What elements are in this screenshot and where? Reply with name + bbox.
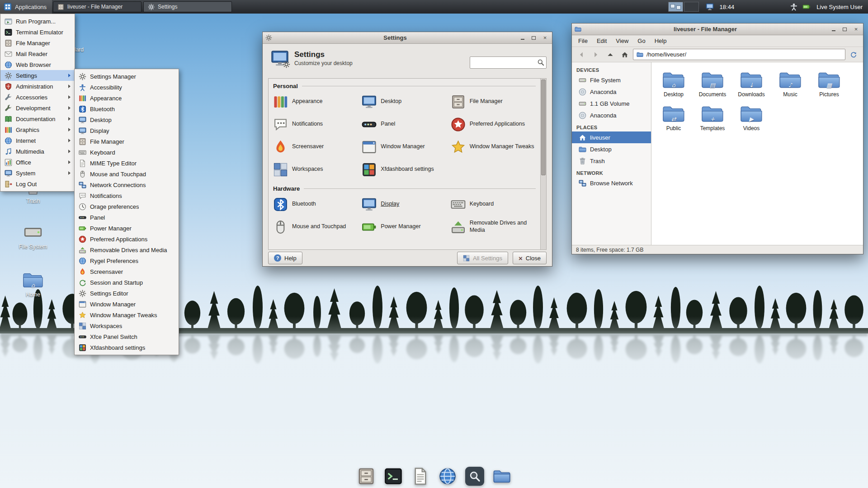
settings-item-removable-drives[interactable]: Removable Drives and Media	[449, 216, 538, 238]
path-bar[interactable]: /home/liveuser/	[633, 49, 845, 60]
maximize-button[interactable]	[529, 34, 538, 42]
submenu-item-window-manager-tweaks[interactable]: Window Manager Tweaks	[75, 310, 179, 320]
sidebar-item-anaconda-2[interactable]: Anaconda	[572, 109, 651, 121]
forward-button[interactable]	[590, 49, 602, 61]
all-settings-button[interactable]: All Settings	[457, 252, 508, 264]
menu-item-accessories[interactable]: Accessories	[0, 92, 75, 103]
search-icon[interactable]	[537, 59, 544, 66]
up-button[interactable]	[604, 49, 617, 61]
home-button[interactable]	[618, 49, 631, 61]
submenu-item-file-manager[interactable]: File Manager	[75, 136, 179, 147]
submenu-item-screensaver[interactable]: Screensaver	[75, 266, 179, 277]
settings-item-preferred-applications[interactable]: Preferred Applications	[449, 113, 538, 136]
sidebar-item-trash[interactable]: Trash	[572, 155, 651, 167]
desktop-icon-file-system[interactable]: File System	[8, 222, 58, 250]
file-templates[interactable]: Templates	[693, 101, 732, 135]
file-downloads[interactable]: Downloads	[732, 67, 771, 101]
menu-item-web-browser[interactable]: Web Browser	[0, 59, 75, 70]
submenu-item-power-manager[interactable]: Power Manager	[75, 223, 179, 234]
dock-web-browser-icon[interactable]	[438, 467, 457, 486]
settings-item-file-manager[interactable]: File Manager	[449, 90, 538, 113]
submenu-item-window-manager[interactable]: Window Manager	[75, 299, 179, 310]
applications-menu-button[interactable]: Applications	[0, 0, 52, 14]
menu-help[interactable]: Help	[650, 36, 671, 46]
menu-item-system[interactable]: System	[0, 168, 75, 178]
menu-item-terminal-emulator[interactable]: Terminal Emulator	[0, 27, 75, 38]
display-tray-icon[interactable]	[706, 3, 714, 11]
submenu-item-preferred-applications[interactable]: Preferred Applications	[75, 234, 179, 244]
sidebar-item-file-system[interactable]: File System	[572, 74, 651, 86]
settings-item-workspaces[interactable]: Workspaces	[271, 158, 360, 181]
minimize-button[interactable]	[829, 25, 838, 33]
menu-edit[interactable]: Edit	[592, 36, 611, 46]
settings-item-power-manager[interactable]: Power Manager	[360, 216, 448, 238]
submenu-item-workspaces[interactable]: Workspaces	[75, 320, 179, 331]
submenu-item-rygel-preferences[interactable]: Rygel Preferences	[75, 255, 179, 266]
battery-tray-icon[interactable]	[802, 3, 811, 11]
submenu-item-accessibility[interactable]: Accessibility	[75, 82, 179, 93]
file-music[interactable]: Music	[771, 67, 810, 101]
taskbar-button-file-manager[interactable]: liveuser - File Manager	[53, 1, 142, 12]
close-button[interactable]: ×	[541, 34, 549, 42]
sidebar-item-liveuser[interactable]: liveuser	[572, 131, 651, 143]
menu-item-administration[interactable]: Administration	[0, 81, 75, 92]
settings-item-window-manager[interactable]: Window Manager	[360, 136, 448, 158]
menu-go[interactable]: Go	[633, 36, 650, 46]
submenu-item-settings-editor[interactable]: Settings Editor	[75, 288, 179, 299]
file-videos[interactable]: Videos	[732, 101, 771, 135]
settings-item-keyboard[interactable]: Keyboard	[449, 193, 538, 216]
settings-item-display[interactable]: Display	[360, 193, 448, 216]
submenu-item-xfdashboard-settings[interactable]: Xfdashboard settings	[75, 342, 179, 353]
dock-application-finder-icon[interactable]	[465, 467, 484, 486]
submenu-item-orage-preferences[interactable]: Orage preferences	[75, 201, 179, 212]
clock[interactable]: 18:44	[720, 4, 735, 10]
file-pictures[interactable]: Pictures	[810, 67, 849, 101]
file-manager-titlebar[interactable]: liveuser - File Manager ×	[572, 23, 863, 35]
settings-item-appearance[interactable]: Appearance	[271, 90, 360, 113]
settings-titlebar[interactable]: Settings ×	[263, 32, 552, 44]
settings-item-screensaver[interactable]: Screensaver	[271, 136, 360, 158]
menu-file[interactable]: File	[574, 36, 592, 46]
menu-item-log-out[interactable]: Log Out	[0, 178, 75, 189]
submenu-item-mouse-and-touchpad[interactable]: Mouse and Touchpad	[75, 169, 179, 179]
settings-item-window-manager-tweaks[interactable]: Window Manager Tweaks	[449, 136, 538, 158]
menu-view[interactable]: View	[611, 36, 633, 46]
submenu-item-panel[interactable]: Panel	[75, 212, 179, 223]
menu-item-multimedia[interactable]: Multimedia	[0, 146, 75, 157]
settings-item-notifications[interactable]: Notifications	[271, 113, 360, 136]
submenu-item-bluetooth[interactable]: Bluetooth	[75, 103, 179, 114]
menu-item-mail-reader[interactable]: Mail Reader	[0, 48, 75, 59]
submenu-item-desktop[interactable]: Desktop	[75, 114, 179, 125]
help-button[interactable]: ? Help	[268, 252, 302, 264]
menu-item-file-manager[interactable]: File Manager	[0, 38, 75, 48]
submenu-item-display[interactable]: Display	[75, 125, 179, 136]
menu-item-run-program[interactable]: Run Program...	[0, 16, 75, 27]
submenu-item-session-and-startup[interactable]: Session and Startup	[75, 277, 179, 288]
workspace-1[interactable]	[668, 2, 683, 12]
back-button[interactable]	[575, 49, 588, 61]
menu-item-internet[interactable]: Internet	[0, 135, 75, 146]
menu-item-settings[interactable]: Settings	[0, 70, 75, 81]
sidebar-item-browse-network[interactable]: Browse Network	[572, 177, 651, 189]
file-documents[interactable]: Documents	[693, 67, 732, 101]
settings-item-panel[interactable]: Panel	[360, 113, 448, 136]
submenu-item-settings-manager[interactable]: Settings Manager	[75, 71, 179, 82]
dock-terminal-icon[interactable]	[384, 467, 403, 486]
menu-item-graphics[interactable]: Graphics	[0, 124, 75, 135]
close-button[interactable]: ×	[852, 25, 860, 33]
settings-search-input[interactable]	[470, 56, 547, 69]
file-desktop[interactable]: Desktop	[654, 67, 693, 101]
taskbar-button-settings[interactable]: Settings	[143, 1, 232, 12]
sidebar-item-anaconda-1[interactable]: Anaconda	[572, 86, 651, 98]
file-public[interactable]: Public	[654, 101, 693, 135]
reload-button[interactable]	[847, 49, 860, 61]
sidebar-item-desktop[interactable]: Desktop	[572, 143, 651, 155]
settings-item-bluetooth[interactable]: Bluetooth	[271, 193, 360, 216]
scrollbar[interactable]	[540, 79, 546, 249]
submenu-item-removable-drives[interactable]: Removable Drives and Media	[75, 244, 179, 255]
user-tray-icon[interactable]	[790, 3, 798, 11]
maximize-button[interactable]	[840, 25, 849, 33]
settings-item-desktop[interactable]: Desktop	[360, 90, 448, 113]
dock-file-manager-icon[interactable]	[492, 467, 511, 486]
submenu-item-appearance[interactable]: Appearance	[75, 93, 179, 103]
